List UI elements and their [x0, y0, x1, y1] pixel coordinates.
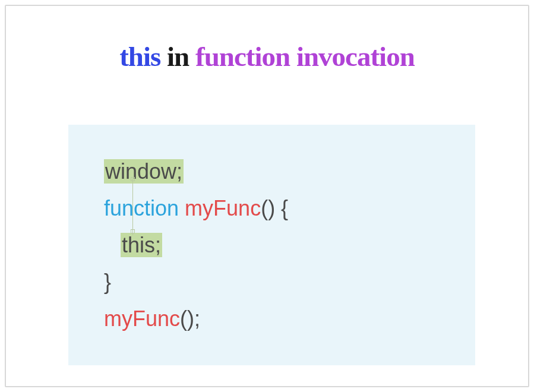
code-line-1: window; — [104, 153, 463, 190]
slide-frame: this in function invocation window; func… — [5, 5, 529, 387]
slide-title: this in function invocation — [6, 40, 528, 72]
connector-box-top — [131, 177, 135, 181]
call-paren: (); — [180, 306, 200, 331]
code-line-3: this; — [104, 227, 463, 264]
brace-close: } — [104, 270, 111, 294]
connector-line-bottom — [132, 191, 133, 235]
highlighted-window: window; — [104, 159, 184, 184]
code-line-5: myFunc(); — [104, 301, 463, 337]
keyword-function: function — [104, 196, 179, 220]
highlighted-this: this; — [121, 233, 162, 257]
code-panel: window; function myFunc() { this; } myFu… — [68, 125, 475, 365]
call-myfunc: myFunc — [104, 306, 180, 331]
code-line-2: function myFunc() { — [104, 190, 463, 227]
code-block: window; function myFunc() { this; } myFu… — [104, 153, 463, 337]
title-word-function-invocation: function invocation — [195, 41, 415, 72]
function-name-myfunc: myFunc — [185, 196, 261, 220]
paren-brace-open: () { — [261, 196, 288, 220]
connector-box-bottom — [131, 229, 135, 233]
title-word-in: in — [167, 41, 189, 72]
code-line-4: } — [104, 264, 463, 301]
title-word-this: this — [119, 41, 160, 72]
